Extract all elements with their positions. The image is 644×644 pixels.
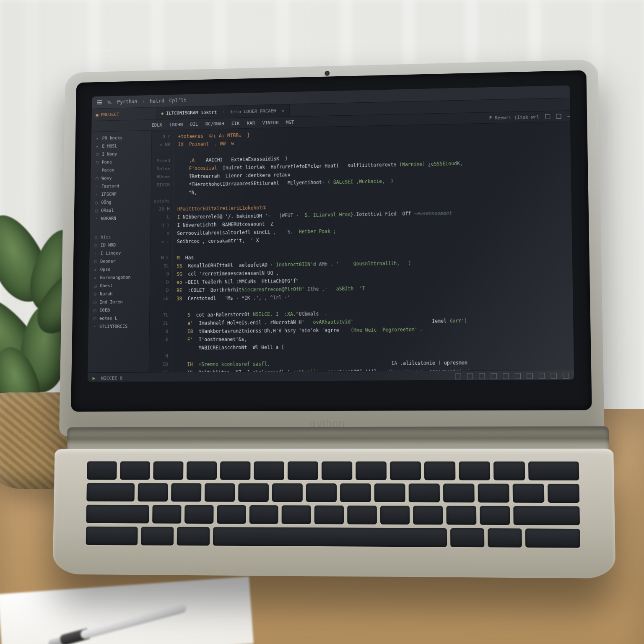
run-icon[interactable]: ▶ xyxy=(92,375,95,381)
sidebar-item[interactable]: ○hics xyxy=(90,232,150,241)
tree-toggle-icon: · xyxy=(93,251,98,256)
sidebar-item[interactable]: ○OÖhg xyxy=(90,197,151,207)
statusbar-icon[interactable] xyxy=(539,373,545,379)
menu-item[interactable]: EIK xyxy=(231,121,239,126)
statusbar-icon[interactable] xyxy=(491,373,497,379)
tree-toggle-icon: □ xyxy=(93,300,97,304)
menu-item[interactable]: VINTUH xyxy=(262,120,279,125)
tree-toggle-icon: ▸ xyxy=(93,275,98,280)
sidebar-item[interactable]: ·Fastord xyxy=(91,181,151,190)
tree-toggle-icon: □ xyxy=(94,208,99,213)
sidebar-item[interactable]: □I0EB xyxy=(88,306,149,314)
sidebar-item[interactable]: □Ind Inren xyxy=(89,297,150,306)
sidebar-item[interactable]: □eotes L xyxy=(88,314,149,322)
explorer-header[interactable]: ▣ PROJECT xyxy=(92,107,156,121)
tree-toggle-icon: ○ xyxy=(93,291,98,296)
statusbar-icon[interactable] xyxy=(479,373,485,379)
sidebar-item[interactable] xyxy=(90,222,151,231)
breadcrumb-folder[interactable]: hatrd xyxy=(150,98,164,104)
sidebar-item[interactable]: □Wovy xyxy=(91,173,151,182)
tree-toggle-icon: · xyxy=(95,184,99,189)
statusbar-icon[interactable] xyxy=(467,373,473,379)
sidebar-item-label: Borvnangohon xyxy=(100,275,131,280)
sidebar-item-label: Paton xyxy=(101,167,114,172)
code-area[interactable]: +totaeces ①₁ A₁ MIBB₁ } IX Poinant . WW … xyxy=(171,122,574,372)
menu-item[interactable]: DIL xyxy=(190,122,198,127)
file-explorer[interactable]: ▸PR hncks▸E HUSL□I Nony□Pone·Paton□Wovy·… xyxy=(88,131,152,373)
svg-rect-0 xyxy=(97,100,102,101)
sidebar-item[interactable]: ·I Lingey xyxy=(90,248,151,257)
statusbar-icon[interactable] xyxy=(515,373,521,379)
layout-icon[interactable] xyxy=(556,114,561,119)
tree-toggle-icon: · xyxy=(95,168,99,173)
svg-rect-1 xyxy=(97,102,102,103)
tree-toggle-icon: □ xyxy=(95,152,100,156)
sidebar-item-label: Opss xyxy=(100,267,110,272)
sidebar-item[interactable]: □ID NRD xyxy=(90,240,151,249)
sidebar-item[interactable]: ·IFSCNP xyxy=(91,190,151,199)
menu-item[interactable]: LROHN xyxy=(169,122,183,127)
sidebar-item[interactable]: ○Nuruh xyxy=(89,289,150,298)
laptop-deck xyxy=(52,449,615,579)
titlebar-right-cluster: F Reewrl {Itsk wrl ⋯ xyxy=(489,114,570,121)
sidebar-item-label: OÖhg xyxy=(101,200,111,205)
sidebar-item-label: Pone xyxy=(102,159,112,164)
sidebar-item-label: ORaul xyxy=(101,208,114,213)
tree-toggle-icon: □ xyxy=(93,283,98,288)
tree-toggle-icon: □ xyxy=(93,259,98,264)
sidebar-item[interactable]: ·NORARN xyxy=(90,213,151,222)
sidebar-item-label: I0EB xyxy=(99,307,110,312)
breadcrumb-file[interactable]: Cpl’lt xyxy=(169,98,187,104)
sidebar-item-label: I Lingey xyxy=(100,250,121,255)
sidebar-item-label: Fastord xyxy=(101,184,119,189)
sidebar-item[interactable]: ·STLINTORCES xyxy=(88,322,149,331)
sidebar-item-label: eotes L xyxy=(99,316,117,321)
tab-label: ILTCONISGRAM ioktrt · trio LOOER PRCAEH xyxy=(166,108,276,116)
tree-toggle-icon: · xyxy=(94,192,99,197)
tree-toggle-icon: ▸ xyxy=(93,267,98,272)
sidebar-item[interactable]: □ORaul xyxy=(90,205,151,215)
breadcrumb-project[interactable]: Pyrthun xyxy=(117,99,137,104)
sidebar-item-label: E HUSL xyxy=(102,143,117,148)
menu-item[interactable]: RC/RNAH xyxy=(205,121,224,126)
sidebar-item-label: hics xyxy=(101,234,111,239)
close-icon[interactable]: × xyxy=(282,108,284,113)
explorer-title: PROJECT xyxy=(101,112,119,117)
statusbar-icon[interactable] xyxy=(563,373,569,379)
tree-toggle-icon: · xyxy=(92,324,97,329)
laptop-lid: ℡ Pyrthun › hatrd Cpl’lt ▣ PROJECT ◆ xyxy=(59,60,605,436)
kebab-icon[interactable]: ⋯ xyxy=(567,114,570,119)
statusbar-icon[interactable] xyxy=(455,373,461,379)
sidebar-item-label: I Nony xyxy=(102,151,117,156)
sidebar-item-label: STLINTORCES xyxy=(99,324,127,329)
tree-toggle-icon: ○ xyxy=(94,200,99,205)
scene: ℡ Pyrthun › hatrd Cpl’lt ▣ PROJECT ◆ xyxy=(0,0,644,644)
layout-icon[interactable] xyxy=(545,114,550,119)
app-menu-icon[interactable] xyxy=(97,99,103,105)
sidebar-item-label: Doomer xyxy=(100,259,116,264)
sidebar-item-label: PR hncks xyxy=(102,135,122,140)
sidebar-item[interactable]: ▸Borvnangohon xyxy=(89,273,150,282)
keyboard[interactable] xyxy=(86,461,580,548)
screen-bezel: ℡ Pyrthun › hatrd Cpl’lt ▣ PROJECT ◆ xyxy=(71,70,592,412)
run-config-label[interactable]: NICCEE 8 xyxy=(101,375,123,381)
sidebar-item-label: Wovy xyxy=(101,176,112,181)
code-editor[interactable]: O r< NR SisedSalseHUsneRISIB estshs20 H … xyxy=(149,122,574,372)
menu-item[interactable]: MGT xyxy=(286,119,294,125)
statusbar-icon[interactable] xyxy=(551,373,557,379)
sidebar-item[interactable]: □Doomer xyxy=(89,257,150,265)
tree-toggle-icon: □ xyxy=(95,160,100,164)
ide-screen: ℡ Pyrthun › hatrd Cpl’lt ▣ PROJECT ◆ xyxy=(88,86,574,382)
tree-toggle-icon: □ xyxy=(93,243,98,247)
statusbar-icon[interactable] xyxy=(527,373,532,379)
sidebar-item[interactable]: ▸Opss xyxy=(89,265,150,273)
menu-item[interactable]: EDLK xyxy=(152,122,163,128)
statusbar-icon[interactable] xyxy=(503,373,509,379)
sidebar-item[interactable]: ·Paton xyxy=(91,165,151,174)
sidebar-item[interactable]: □Obesl xyxy=(89,281,150,290)
webcam xyxy=(325,71,330,76)
sidebar-item-label: IFSCNP xyxy=(101,192,117,197)
breadcrumb-root[interactable]: ℡ xyxy=(107,99,112,105)
menu-item[interactable]: KAR xyxy=(247,120,255,126)
svg-rect-2 xyxy=(97,104,102,104)
